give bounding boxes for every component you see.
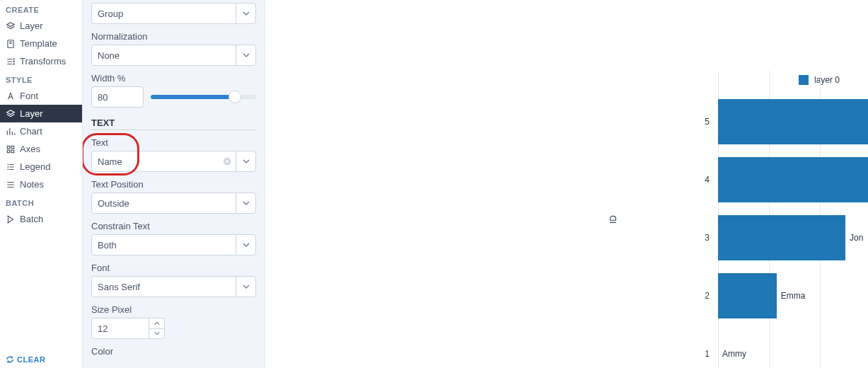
text-position-value: Outside [92, 198, 236, 209]
svg-point-2 [13, 61, 14, 62]
font-icon [6, 91, 16, 101]
clear-text-button[interactable] [219, 157, 236, 166]
bar-row[interactable]: Jon [718, 215, 845, 260]
group-select[interactable]: Group [91, 3, 256, 24]
bar-row[interactable]: Shaun [718, 99, 868, 144]
text-select[interactable]: Name [91, 151, 256, 172]
chevron-down-icon[interactable] [236, 235, 255, 255]
sidebar-item-label: Font [20, 91, 38, 101]
svg-rect-7 [11, 150, 14, 153]
clear-button[interactable]: CLEAR [0, 351, 82, 368]
chevron-down-icon[interactable] [236, 45, 255, 65]
sidebar-item-label: Transforms [20, 56, 66, 67]
sidebar-item-font[interactable]: Font [0, 87, 82, 105]
sidebar-item-label: Layer [20, 21, 43, 31]
chart-plot[interactable]: ID Shaun5Ron4Jon3Emma2Ammy1 [626, 71, 868, 368]
bar [718, 157, 868, 202]
color-label: Color [91, 346, 256, 357]
y-tick: 4 [626, 176, 718, 184]
sidebar-item-batch[interactable]: Batch [0, 210, 82, 228]
sidebar: CREATE Layer Template Transforms STYLE F [0, 0, 83, 368]
chevron-up-icon [154, 321, 160, 326]
normalization-label: Normalization [91, 31, 256, 42]
control-panel[interactable]: Group Normalization None Width % 80 TE [83, 0, 265, 368]
font-select[interactable]: Sans Serif [91, 276, 256, 297]
clear-label: CLEAR [17, 355, 45, 364]
bar-label: Emma [781, 291, 806, 301]
template-icon [6, 39, 16, 49]
layers-icon [6, 21, 16, 31]
text-position-select[interactable]: Outside [91, 192, 256, 214]
bar-row[interactable]: Ron [718, 157, 868, 202]
sidebar-item-layer-create[interactable]: Layer [0, 17, 82, 35]
font-value: Sans Serif [92, 282, 236, 292]
text-section-header: TEXT [91, 117, 256, 130]
svg-point-3 [13, 63, 14, 64]
svg-point-1 [13, 58, 14, 59]
bar-row[interactable]: Emma [718, 273, 777, 318]
sidebar-item-label: Notes [20, 179, 44, 190]
sidebar-item-layer-style[interactable]: Layer [0, 105, 82, 122]
chart-bars: Shaun5Ron4Jon3Emma2Ammy1 [718, 71, 868, 368]
font-label: Font [91, 263, 256, 273]
svg-rect-5 [11, 146, 14, 149]
width-value: 80 [98, 92, 108, 103]
sidebar-item-legend[interactable]: Legend [0, 158, 82, 176]
text-label: Text [91, 137, 256, 148]
y-tick: 2 [626, 292, 718, 300]
section-batch: BATCH [0, 193, 82, 210]
bar [718, 273, 777, 318]
y-axis-label: ID [608, 215, 618, 224]
chevron-down-icon[interactable] [236, 151, 255, 171]
svg-rect-6 [7, 150, 10, 153]
sidebar-item-axes[interactable]: Axes [0, 140, 82, 158]
constrain-text-label: Constrain Text [91, 221, 256, 231]
section-style: STYLE [0, 70, 82, 87]
y-tick: 3 [626, 234, 718, 242]
chart-icon [6, 127, 16, 137]
normalization-value: None [92, 50, 236, 61]
width-input[interactable]: 80 [91, 86, 144, 108]
section-create: CREATE [0, 0, 82, 17]
layers-icon [6, 109, 16, 119]
size-decrement[interactable] [149, 329, 164, 339]
legend-icon [6, 162, 16, 172]
group-select-value: Group [92, 8, 236, 19]
chevron-down-icon[interactable] [236, 277, 255, 297]
bar-label: Jon [850, 233, 863, 243]
slider-fill [151, 95, 235, 99]
bar [718, 215, 845, 260]
size-input[interactable]: 12 [91, 318, 165, 339]
width-label: Width % [91, 73, 256, 84]
sidebar-item-label: Layer [20, 108, 43, 119]
svg-rect-4 [7, 146, 10, 149]
sidebar-item-transforms[interactable]: Transforms [0, 52, 82, 70]
chart-area: layer 0 ID Shaun5Ron4Jon3Emma2Ammy1 [265, 0, 868, 368]
constrain-text-select[interactable]: Both [91, 234, 256, 255]
normalization-select[interactable]: None [91, 45, 256, 66]
chevron-down-icon[interactable] [236, 193, 255, 213]
text-section-label: TEXT [91, 117, 117, 128]
transforms-icon [6, 57, 16, 67]
width-slider[interactable] [151, 90, 256, 104]
sidebar-item-label: Chart [20, 126, 42, 137]
sidebar-item-template[interactable]: Template [0, 35, 82, 52]
slider-thumb[interactable] [228, 91, 241, 103]
sidebar-item-chart[interactable]: Chart [0, 122, 82, 140]
close-icon [223, 157, 231, 166]
chevron-down-icon[interactable] [236, 4, 255, 23]
refresh-icon [6, 355, 14, 364]
constrain-text-value: Both [92, 240, 236, 251]
y-tick: 1 [626, 350, 718, 358]
sidebar-item-notes[interactable]: Notes [0, 176, 82, 193]
size-increment[interactable] [149, 318, 164, 329]
y-tick: 5 [626, 117, 718, 126]
notes-icon [6, 180, 16, 190]
sidebar-item-label: Axes [20, 144, 40, 154]
bar [718, 99, 868, 144]
bar-label: Ammy [722, 349, 746, 359]
size-value: 12 [92, 318, 149, 338]
sidebar-item-label: Batch [20, 214, 43, 224]
size-label: Size Pixel [91, 304, 256, 315]
text-position-label: Text Position [91, 179, 256, 190]
